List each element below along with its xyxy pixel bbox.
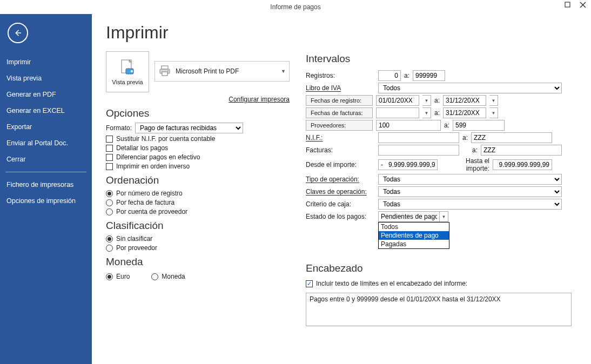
a-label: a:	[404, 72, 409, 79]
fechas-facturas-to[interactable]	[443, 107, 486, 118]
estado-option-pagadas[interactable]: Pagadas	[379, 240, 449, 248]
back-button[interactable]	[8, 23, 28, 43]
radio-euro[interactable]: Euro	[106, 273, 130, 280]
fechas-registro-to[interactable]	[443, 95, 486, 106]
a-label: a:	[444, 122, 449, 129]
fechas-facturas-from[interactable]	[376, 107, 419, 118]
ordenacion-heading: Ordenación	[106, 174, 290, 186]
fechas-registro-from[interactable]	[376, 95, 419, 106]
estado-option-pendientes[interactable]: Pendientes de pago	[379, 231, 449, 240]
radio-por-cuenta[interactable]: Por cuenta de proveedor	[106, 208, 290, 215]
sidebar-item-opciones-impresion[interactable]: Opciones de impresión	[0, 193, 92, 209]
sidebar-item-fichero-impresoras[interactable]: Fichero de impresoras	[0, 177, 92, 193]
svg-rect-0	[565, 2, 570, 7]
sidebar-item-generar-pdf[interactable]: Generar en PDF	[0, 86, 92, 103]
formato-label: Formato:	[106, 124, 132, 132]
svg-rect-9	[162, 72, 167, 76]
estado-pagos-label: Estado de los pagos:	[306, 213, 375, 220]
nif-to[interactable]	[471, 132, 552, 143]
fechas-registro-button[interactable]: Fechas de registro:	[306, 95, 373, 106]
date-picker-icon[interactable]: ▼	[422, 107, 431, 118]
formato-select[interactable]: Pago de facturas recibidas	[135, 123, 243, 133]
close-icon[interactable]	[578, 0, 588, 10]
svg-rect-7	[162, 66, 168, 69]
libro-iva-select[interactable]: Todos	[378, 83, 562, 93]
intervalos-heading: Intervalos	[306, 53, 572, 65]
estado-option-todos[interactable]: Todos	[379, 223, 449, 231]
proveedores-button[interactable]: Proveedores:	[306, 120, 373, 131]
fechas-facturas-button[interactable]: Fechas de facturas:	[306, 107, 373, 118]
a-label: a:	[434, 109, 440, 117]
encabezado-textarea[interactable]: Pagos entre 0 y 999999 desde el 01/01/20…	[306, 293, 572, 326]
printer-name: Microsoft Print to PDF	[176, 68, 239, 75]
registros-to-input[interactable]	[413, 70, 445, 81]
sidebar: Imprimir Vista previa Generar en PDF Gen…	[0, 14, 92, 364]
sidebar-separator	[5, 172, 86, 172]
radio-por-proveedor[interactable]: Por proveedor	[106, 244, 290, 252]
opciones-heading: Opciones	[106, 107, 290, 119]
radio-moneda[interactable]: Moneda	[151, 273, 185, 280]
estado-pagos-dropdown-button[interactable]: ▼	[440, 211, 448, 222]
chevron-down-icon: ▼	[281, 69, 286, 74]
radio-sin-clasificar[interactable]: Sin clasificar	[106, 235, 290, 242]
sidebar-item-generar-excel[interactable]: Generar en EXCEL	[0, 103, 92, 119]
facturas-from[interactable]	[378, 145, 459, 156]
a-label: a:	[472, 146, 478, 154]
criterio-caja-label: Criterio de caja:	[306, 200, 375, 208]
hasta-importe-label: Hasta el importe:	[441, 157, 489, 172]
date-picker-icon[interactable]: ▼	[489, 107, 498, 118]
printer-icon	[158, 64, 171, 79]
encabezado-heading: Encabezado	[306, 262, 572, 274]
hasta-importe-input[interactable]	[493, 159, 552, 170]
chk-detallar-pagos[interactable]: Detallar los pagos	[106, 144, 290, 152]
main-panel: Imprimir Vista previa Microsoft Print to…	[92, 14, 591, 364]
svg-point-6	[131, 70, 133, 72]
preview-label: Vista previa	[112, 79, 143, 85]
proveedores-from[interactable]	[376, 120, 441, 131]
a-label: a:	[434, 97, 440, 104]
nif-from[interactable]	[378, 132, 459, 143]
date-picker-icon[interactable]: ▼	[422, 95, 431, 106]
sidebar-item-exportar[interactable]: Exportar	[0, 119, 92, 135]
claves-operacion-label: Claves de operación:	[306, 188, 375, 196]
libro-iva-label: Libro de IVA	[306, 84, 375, 92]
chk-incluir-texto-limites[interactable]: Incluir texto de límites en el encabezad…	[306, 280, 572, 287]
page-title: Imprimir	[106, 23, 290, 43]
nif-label: N.I.F.:	[306, 134, 375, 141]
chk-diferenciar-efectivo[interactable]: Diferenciar pagos en efectivo	[106, 153, 290, 161]
facturas-to[interactable]	[481, 145, 562, 156]
sidebar-item-imprimir[interactable]: Imprimir	[0, 54, 92, 70]
estado-pagos-value[interactable]	[378, 211, 440, 222]
radio-por-fecha[interactable]: Por fecha de factura	[106, 199, 290, 206]
desde-importe-input[interactable]	[378, 159, 438, 170]
date-picker-icon[interactable]: ▼	[489, 95, 498, 106]
chk-sustituir-nif[interactable]: Sustituir N.I.F. por cuenta contable	[106, 135, 290, 143]
sidebar-item-vista-previa[interactable]: Vista previa	[0, 70, 92, 86]
chk-orden-inverso[interactable]: Imprimir en orden inverso	[106, 163, 290, 170]
clasificacion-heading: Clasificación	[106, 220, 290, 232]
window-title: Informe de pagos	[270, 3, 320, 11]
estado-pagos-dropdown[interactable]: Todos Pendientes de pago Pagadas	[378, 222, 449, 249]
encabezado-text: Pagos entre 0 y 999999 desde el 01/01/20…	[310, 295, 501, 303]
printer-select[interactable]: Microsoft Print to PDF ▼	[155, 61, 290, 82]
tipo-operacion-label: Tipo de operación:	[306, 176, 375, 183]
registros-label: Registros:	[306, 72, 375, 79]
proveedores-to[interactable]	[453, 120, 505, 131]
title-bar: Informe de pagos	[0, 0, 591, 14]
a-label: a:	[462, 134, 468, 141]
sidebar-item-cerrar[interactable]: Cerrar	[0, 151, 92, 167]
sidebar-item-enviar-portal[interactable]: Enviar al Portal Doc.	[0, 135, 92, 151]
configure-printer-link[interactable]: Configurar impresora	[155, 96, 290, 103]
desde-importe-label: Desde el importe:	[306, 161, 375, 168]
registros-from-input[interactable]	[378, 70, 401, 81]
maximize-icon[interactable]	[563, 0, 573, 10]
preview-button[interactable]: Vista previa	[106, 51, 149, 92]
facturas-label: Facturas:	[306, 146, 375, 154]
moneda-heading: Moneda	[106, 256, 290, 268]
claves-operacion-select[interactable]: Todas	[378, 186, 562, 197]
criterio-caja-select[interactable]: Todas	[378, 199, 562, 210]
svg-point-10	[167, 70, 169, 71]
document-preview-icon	[118, 58, 137, 77]
tipo-operacion-select[interactable]: Todas	[378, 174, 562, 185]
radio-por-registro[interactable]: Por número de registro	[106, 190, 290, 197]
